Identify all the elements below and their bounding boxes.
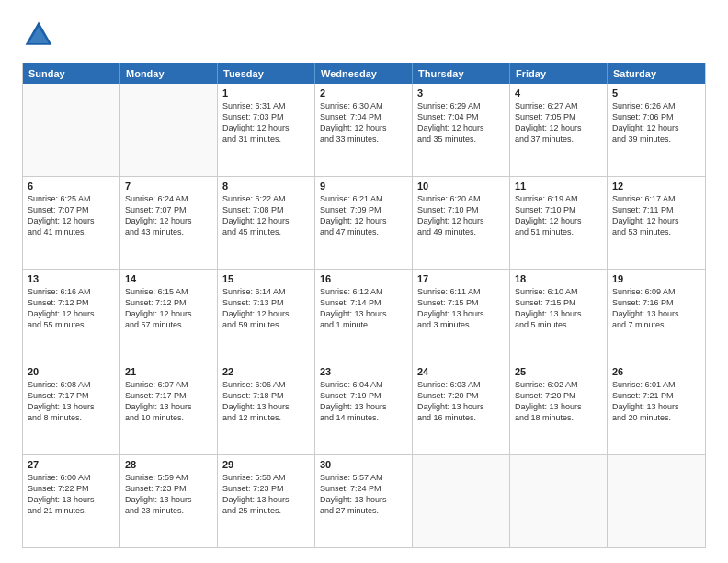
cell-line: Sunrise: 6:01 AM (612, 379, 700, 390)
cell-line: Daylight: 13 hours (612, 308, 700, 319)
calendar-cell: 22Sunrise: 6:06 AMSunset: 7:18 PMDayligh… (218, 362, 315, 454)
day-number: 21 (125, 366, 212, 377)
cell-line: Sunset: 7:12 PM (28, 297, 115, 308)
calendar-cell: 23Sunrise: 6:04 AMSunset: 7:19 PMDayligh… (315, 362, 413, 454)
day-number: 24 (417, 366, 505, 377)
cell-line: Sunrise: 6:21 AM (320, 193, 407, 204)
cell-line: Sunset: 7:21 PM (612, 390, 700, 401)
calendar-body: 1Sunrise: 6:31 AMSunset: 7:03 PMDaylight… (23, 84, 705, 547)
cell-line: Daylight: 13 hours (417, 308, 505, 319)
cell-line: Sunrise: 6:22 AM (222, 193, 310, 204)
cell-line: Sunset: 7:22 PM (28, 483, 115, 494)
cell-line: Sunset: 7:10 PM (515, 204, 602, 215)
cell-line: Sunrise: 6:27 AM (515, 100, 602, 111)
cell-line: Sunrise: 6:07 AM (125, 379, 212, 390)
calendar-header-cell: Friday (510, 63, 608, 84)
cell-line: Sunrise: 6:17 AM (612, 193, 700, 204)
cell-line: and 20 minutes. (612, 412, 700, 423)
cell-line: Sunset: 7:04 PM (417, 111, 505, 122)
cell-line: Sunset: 7:23 PM (222, 483, 310, 494)
day-number: 19 (612, 273, 700, 284)
calendar-cell: 29Sunrise: 5:58 AMSunset: 7:23 PMDayligh… (218, 455, 315, 547)
calendar-cell: 5Sunrise: 6:26 AMSunset: 7:06 PMDaylight… (608, 84, 705, 176)
cell-line: Sunrise: 6:00 AM (28, 472, 115, 483)
day-number: 10 (417, 180, 505, 191)
calendar-cell: 13Sunrise: 6:16 AMSunset: 7:12 PMDayligh… (23, 270, 120, 362)
calendar-header: SundayMondayTuesdayWednesdayThursdayFrid… (23, 63, 705, 84)
cell-line: Sunset: 7:11 PM (612, 204, 700, 215)
cell-line: and 43 minutes. (125, 226, 212, 237)
cell-line: Daylight: 12 hours (320, 122, 407, 133)
calendar-cell: 7Sunrise: 6:24 AMSunset: 7:07 PMDaylight… (120, 177, 218, 269)
day-number: 23 (320, 366, 407, 377)
calendar-cell: 18Sunrise: 6:10 AMSunset: 7:15 PMDayligh… (510, 270, 608, 362)
day-number: 14 (125, 273, 212, 284)
cell-line: Sunset: 7:03 PM (222, 111, 310, 122)
cell-line: Sunrise: 6:31 AM (222, 100, 310, 111)
cell-line: Sunrise: 6:25 AM (28, 193, 115, 204)
calendar-cell: 24Sunrise: 6:03 AMSunset: 7:20 PMDayligh… (413, 362, 510, 454)
cell-line: and 51 minutes. (515, 226, 602, 237)
cell-line: Sunset: 7:16 PM (612, 297, 700, 308)
cell-line: Daylight: 13 hours (320, 494, 407, 505)
cell-line: Daylight: 13 hours (417, 401, 505, 412)
cell-line: Sunrise: 6:26 AM (612, 100, 700, 111)
calendar-cell: 3Sunrise: 6:29 AMSunset: 7:04 PMDaylight… (413, 84, 510, 176)
calendar-cell (510, 455, 608, 547)
cell-line: Daylight: 13 hours (320, 401, 407, 412)
cell-line: Sunrise: 6:16 AM (28, 286, 115, 297)
calendar-cell: 21Sunrise: 6:07 AMSunset: 7:17 PMDayligh… (120, 362, 218, 454)
calendar-cell (120, 84, 218, 176)
cell-line: Sunrise: 6:09 AM (612, 286, 700, 297)
calendar-cell: 28Sunrise: 5:59 AMSunset: 7:23 PMDayligh… (120, 455, 218, 547)
cell-line: and 41 minutes. (28, 226, 115, 237)
calendar-cell: 20Sunrise: 6:08 AMSunset: 7:17 PMDayligh… (23, 362, 120, 454)
cell-line: and 12 minutes. (222, 412, 310, 423)
cell-line: Sunset: 7:15 PM (417, 297, 505, 308)
calendar-cell: 30Sunrise: 5:57 AMSunset: 7:24 PMDayligh… (315, 455, 413, 547)
calendar-cell: 6Sunrise: 6:25 AMSunset: 7:07 PMDaylight… (23, 177, 120, 269)
day-number: 8 (222, 180, 310, 191)
day-number: 26 (612, 366, 700, 377)
day-number: 9 (320, 180, 407, 191)
calendar-row: 6Sunrise: 6:25 AMSunset: 7:07 PMDaylight… (23, 177, 705, 270)
cell-line: and 27 minutes. (320, 505, 407, 516)
day-number: 16 (320, 273, 407, 284)
cell-line: Daylight: 13 hours (222, 494, 310, 505)
day-number: 29 (222, 459, 310, 470)
cell-line: Sunset: 7:10 PM (417, 204, 505, 215)
cell-line: and 49 minutes. (417, 226, 505, 237)
calendar-cell (413, 455, 510, 547)
cell-line: Sunrise: 6:02 AM (515, 379, 602, 390)
day-number: 3 (417, 87, 505, 98)
calendar-cell (23, 84, 120, 176)
calendar-header-cell: Tuesday (218, 63, 315, 84)
cell-line: and 25 minutes. (222, 505, 310, 516)
calendar-row: 27Sunrise: 6:00 AMSunset: 7:22 PMDayligh… (23, 455, 705, 547)
cell-line: Sunset: 7:12 PM (125, 297, 212, 308)
calendar-row: 13Sunrise: 6:16 AMSunset: 7:12 PMDayligh… (23, 270, 705, 362)
day-number: 18 (515, 273, 602, 284)
cell-line: and 35 minutes. (417, 133, 505, 144)
calendar-cell: 11Sunrise: 6:19 AMSunset: 7:10 PMDayligh… (510, 177, 608, 269)
cell-line: and 3 minutes. (417, 319, 505, 330)
logo-icon (22, 18, 55, 52)
cell-line: and 23 minutes. (125, 505, 212, 516)
cell-line: and 47 minutes. (320, 226, 407, 237)
cell-line: Sunrise: 6:12 AM (320, 286, 407, 297)
cell-line: Sunset: 7:13 PM (222, 297, 310, 308)
cell-line: and 8 minutes. (28, 412, 115, 423)
day-number: 27 (28, 459, 115, 470)
calendar-row: 1Sunrise: 6:31 AMSunset: 7:03 PMDaylight… (23, 84, 705, 177)
cell-line: and 33 minutes. (320, 133, 407, 144)
cell-line: Daylight: 12 hours (222, 122, 310, 133)
day-number: 11 (515, 180, 602, 191)
calendar-cell: 17Sunrise: 6:11 AMSunset: 7:15 PMDayligh… (413, 270, 510, 362)
cell-line: Sunset: 7:23 PM (125, 483, 212, 494)
cell-line: Sunrise: 6:08 AM (28, 379, 115, 390)
cell-line: and 55 minutes. (28, 319, 115, 330)
calendar-cell: 26Sunrise: 6:01 AMSunset: 7:21 PMDayligh… (608, 362, 705, 454)
calendar: SundayMondayTuesdayWednesdayThursdayFrid… (22, 63, 706, 548)
calendar-cell: 27Sunrise: 6:00 AMSunset: 7:22 PMDayligh… (23, 455, 120, 547)
header (22, 18, 706, 52)
